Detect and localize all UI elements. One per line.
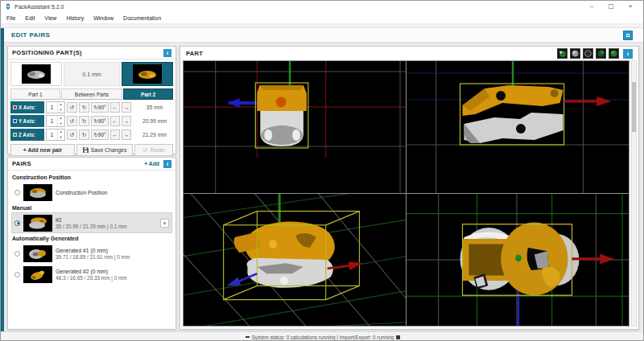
x-rotate-ccw-button[interactable]: ↺ xyxy=(67,102,77,113)
edit-pairs-title: EDIT PAIRS xyxy=(11,31,50,39)
pair-texts-manual-2: #2 35 / 20.99 / 21.29 mm | 0.1 mm xyxy=(56,217,127,229)
part-panel: PART i xyxy=(180,46,639,330)
minimize-button[interactable]: – xyxy=(588,1,596,12)
z-axis-label: Z Axis: xyxy=(19,132,35,138)
part-top xyxy=(462,85,563,143)
pair-subtitle-generated-2: 48.3 / 16.65 / 26.33 mm | 0 mm xyxy=(56,275,127,281)
y-move-left-button[interactable]: ← xyxy=(110,116,120,126)
status-text-wrap: System status: 0 calculations running | … xyxy=(246,335,401,340)
viewport-side[interactable] xyxy=(407,194,629,326)
gap-value-cell: 0.1 mm xyxy=(64,62,120,86)
menu-file[interactable]: File xyxy=(6,15,15,21)
y-rotate-ccw-button[interactable]: ↺ xyxy=(67,116,77,126)
pair-row-construction[interactable]: Construction Position xyxy=(11,182,172,203)
pairs-info-button[interactable]: i xyxy=(163,160,171,168)
viewport-perspective[interactable] xyxy=(184,194,406,326)
menu-documentation[interactable]: Documentation xyxy=(123,15,161,21)
tab-part-2[interactable]: Part 2 xyxy=(123,88,173,100)
z-axis-spin-down[interactable]: ▼ xyxy=(58,135,64,141)
tab-between-parts[interactable]: Between Parts xyxy=(61,88,123,100)
pair-radio-generated-1[interactable] xyxy=(14,251,20,257)
reset-label: Reset xyxy=(150,147,164,153)
dock-panel-button[interactable] xyxy=(623,31,633,40)
wireframe-view-button[interactable] xyxy=(583,48,593,59)
save-changes-button[interactable]: Save Changes xyxy=(76,144,133,156)
pair-delete-button[interactable]: × xyxy=(160,219,169,228)
x-rotate-90-button[interactable]: ↻90° xyxy=(91,102,109,113)
pair-row-generated-2[interactable]: Generated #2 (0 mm) 48.3 / 16.65 / 26.33… xyxy=(11,264,172,285)
pair-thumb-generated-2 xyxy=(23,266,52,283)
z-move-right-button[interactable]: → xyxy=(122,129,131,140)
pair-subtitle-manual-2: 35 / 20.99 / 21.29 mm | 0.1 mm xyxy=(56,224,127,229)
pair-radio-manual-2[interactable] xyxy=(14,220,20,226)
maximize-button[interactable]: ▢ xyxy=(607,1,615,12)
y-rotate-90-button[interactable]: ↻90° xyxy=(91,116,109,126)
menu-view[interactable]: View xyxy=(44,15,56,21)
part-panel-title: PART xyxy=(186,50,203,57)
reset-button[interactable]: ↺ Reset xyxy=(134,144,173,156)
y-axis-spin-down[interactable]: ▼ xyxy=(58,121,64,127)
x-rotate-cw-button[interactable]: ↻ xyxy=(79,102,89,113)
pair-texts-generated-2: Generated #2 (0 mm) 48.3 / 16.65 / 26.33… xyxy=(56,269,127,281)
x-axis-value-input[interactable] xyxy=(47,102,57,113)
x-axis-result: 35 mm xyxy=(136,105,173,110)
pair-texts-generated-1: Generated #1 (0 mm) 39.71 / 18.89 / 21.6… xyxy=(56,248,130,260)
part-scrollbar-thumb[interactable] xyxy=(632,82,636,132)
pair-radio-construction[interactable] xyxy=(14,190,20,195)
tab-part-1[interactable]: Part 1 xyxy=(10,88,60,100)
reset-icon: ↺ xyxy=(143,147,148,154)
viewport-top[interactable] xyxy=(407,61,629,193)
menu-window[interactable]: Window xyxy=(93,15,114,21)
shaded-view-button[interactable] xyxy=(570,48,580,59)
part2-thumbnail-card[interactable] xyxy=(122,62,173,86)
z-rotate-ccw-button[interactable]: ↺ xyxy=(67,129,77,140)
pair-row-manual-2[interactable]: #2 35 / 20.99 / 21.29 mm | 0.1 mm × xyxy=(11,212,172,233)
y-axis-color-icon xyxy=(13,119,17,123)
y-axis-result: 20.99 mm xyxy=(136,118,173,124)
positioning-info-button[interactable]: i xyxy=(163,49,171,57)
add-new-pair-button[interactable]: + Add new pair xyxy=(10,144,75,156)
viewport-side-scene xyxy=(407,194,629,326)
x-axis-stepper: ▲ ▼ xyxy=(46,101,65,113)
pair-radio-generated-2[interactable] xyxy=(14,272,20,277)
z-axis-row: Z Axis: ▲ ▼ ↺ ↻ ↻90° ← → 21.29 mm xyxy=(10,129,173,141)
positioning-tabs: Part 1 Between Parts Part 2 xyxy=(8,88,175,100)
z-axis-label-chip: Z Axis: xyxy=(10,129,44,141)
section-automatically-generated: Automatically Generated xyxy=(12,236,171,241)
part-info-button[interactable]: i xyxy=(623,49,633,59)
viewport-front[interactable] xyxy=(184,61,406,193)
x-axis-label-chip: X Axis: xyxy=(10,101,44,113)
viewport-perspective-scene xyxy=(184,194,406,326)
menu-bar: File Edit View History Window Documentat… xyxy=(1,12,643,24)
x-axis-spin-down[interactable]: ▼ xyxy=(58,108,64,113)
pair-thumb-generated-1 xyxy=(23,245,52,262)
section-manual: Manual xyxy=(12,205,171,211)
part-scrollbar[interactable] xyxy=(631,60,637,327)
x-move-left-button[interactable]: ← xyxy=(110,102,120,113)
z-rotate-90-button[interactable]: ↻90° xyxy=(91,129,109,140)
solid-view-button[interactable] xyxy=(596,48,606,59)
z-rotate-cw-button[interactable]: ↻ xyxy=(79,129,89,140)
z-axis-spin-arrows: ▲ ▼ xyxy=(57,129,64,140)
part-front xyxy=(257,85,307,146)
x-move-right-button[interactable]: → xyxy=(122,102,131,113)
menu-edit[interactable]: Edit xyxy=(25,15,35,21)
y-axis-value-input[interactable] xyxy=(47,116,57,126)
x-axis-row: X Axis: ▲ ▼ ↺ ↻ ↻90° ← → 35 mm xyxy=(10,101,173,113)
part1-thumbnail-card[interactable] xyxy=(10,62,62,86)
fit-view-button[interactable] xyxy=(609,48,619,59)
pair-subtitle-generated-1: 39.71 / 18.89 / 21.61 mm | 0 mm xyxy=(56,254,130,260)
z-move-left-button[interactable]: ← xyxy=(110,129,120,140)
rotate-view-button[interactable] xyxy=(557,48,568,59)
x-axis-spin-arrows: ▲ ▼ xyxy=(57,102,64,113)
menu-history[interactable]: History xyxy=(66,15,84,21)
y-rotate-cw-button[interactable]: ↻ xyxy=(79,116,89,126)
pair-row-generated-1[interactable]: Generated #1 (0 mm) 39.71 / 18.89 / 21.6… xyxy=(11,243,172,264)
window-controls: – ▢ × xyxy=(588,1,639,12)
z-axis-value-input[interactable] xyxy=(47,129,57,140)
pair-thumb-construction xyxy=(23,184,52,201)
y-move-right-button[interactable]: → xyxy=(122,116,131,126)
positioning-footer: + Add new pair Save Changes ↺ Reset xyxy=(8,142,175,158)
pairs-add-button[interactable]: + Add xyxy=(144,161,159,166)
close-button[interactable]: × xyxy=(626,1,634,12)
